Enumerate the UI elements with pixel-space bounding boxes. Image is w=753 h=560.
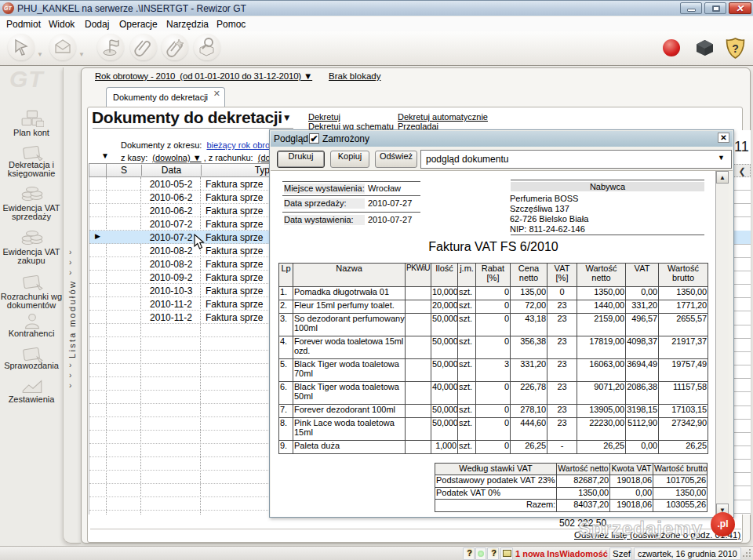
svg-text:?: ?: [732, 42, 739, 55]
